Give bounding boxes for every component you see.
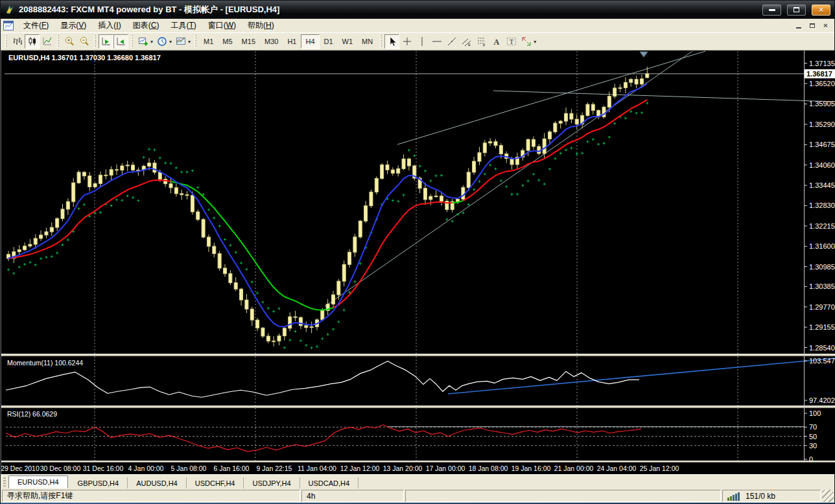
price-axis-label: 1.37135 [809,60,835,67]
chart-tab-usdjpy[interactable]: USDJPY,H4 [244,477,300,488]
time-axis-label: 9 Jan 22:15 [257,464,292,472]
price-axis-label: 1.28540 [809,344,835,352]
equidistant-channel-icon: E [462,36,472,47]
chart-tab-usdcad[interactable]: USDCAD,H4 [300,477,359,488]
menu-bar: 文件(F)显示(V)插入(I)图表(C)工具(T)窗口(W)帮助(H) ✕ [1,19,834,33]
toolbar-crosshair-button[interactable] [399,34,414,49]
menu-file[interactable]: 文件(F) [18,19,54,32]
title-bar: 2088882443: FXCM MT4 powered by BT - 模拟帐… [1,1,834,19]
toolbar-bar-chart-button[interactable] [10,34,25,49]
app-icon [5,5,15,15]
menu-view[interactable]: 显示(V) [54,19,92,32]
arrows-dropdown-caret[interactable]: ▾ [534,39,536,45]
toolbar-horizontal-line-button[interactable] [429,34,444,49]
timeframe-m1-button[interactable]: M1 [199,34,218,49]
menu-tools[interactable]: 工具(T) [165,19,202,32]
timeframe-d1-button[interactable]: D1 [320,34,338,49]
price-axis-label: 1.33445 [809,181,835,189]
child-restore-button[interactable] [806,21,818,30]
toolbar-group-handle[interactable] [131,35,133,48]
trendline-icon [447,36,457,47]
timeframe-w1-button[interactable]: W1 [338,34,358,49]
timeframe-m30-button[interactable]: M30 [260,34,283,49]
toolbar-fibonacci-button[interactable]: F [474,34,489,49]
templates-dropdown-caret[interactable]: ▾ [188,39,191,45]
maximize-button[interactable] [787,5,806,16]
toolbar-templates-button[interactable] [173,34,188,49]
chart-tab-audusd[interactable]: AUDUSD,H4 [128,477,187,488]
menu-charts[interactable]: 图表(C) [127,19,165,32]
timeframe-h4-button[interactable]: H4 [301,34,319,49]
chart-area[interactable]: 1.371351.365201.359051.352901.346751.340… [1,51,835,474]
toolbar-auto-scroll-button[interactable] [99,34,113,49]
toolbar-text-label-button[interactable]: T [504,34,519,49]
timeframe-m5-button[interactable]: M5 [218,34,237,49]
window-title: 2088882443: FXCM MT4 powered by BT - 模拟帐… [19,4,757,16]
toolbar-equidistant-channel-button[interactable]: E [459,34,474,49]
menu-window[interactable]: 窗口(W) [202,19,242,32]
toolbar-line-chart-button[interactable] [40,34,54,49]
toolbar-chart-shift-button[interactable] [113,34,128,49]
price-axis-label: 1.34675 [809,141,835,148]
zoom-out-icon [79,36,89,47]
toolbar-group-handle[interactable] [194,35,196,48]
chart-tab-usdchf[interactable]: USDCHF,H4 [187,477,244,488]
traffic-counter: 151/0 kb [746,492,775,501]
toolbar-profiles-button[interactable] [154,34,169,49]
child-minimize-button[interactable] [792,21,805,30]
toolbar-zoom-out-button[interactable] [76,34,91,49]
toolbar-group-handle[interactable] [57,35,59,48]
toolbar-vertical-line-button[interactable] [414,34,429,49]
timeframe-mn-button[interactable]: MN [357,34,377,49]
svg-text:A: A [493,38,499,47]
auto-scroll-icon [101,36,112,47]
toolbar-arrows-button[interactable] [519,34,534,49]
toolbar-zoom-in-button[interactable] [62,34,76,49]
toolbar-new-chart-button[interactable] [135,34,150,49]
close-button[interactable]: ✕ [812,5,830,16]
toolbar-candlesticks-button[interactable] [25,34,40,49]
timeframe-m15-button[interactable]: M15 [237,34,260,49]
time-axis-label: 5 Jan 08:00 [171,464,207,472]
toolbar-group-handle[interactable] [380,35,382,48]
menu-help[interactable]: 帮助(H) [242,19,280,32]
price-axis-label: 1.32215 [809,222,835,230]
time-axis[interactable]: 29 Dec 201030 Dec 08:0031 Dec 16:004 Jan… [1,464,679,472]
new-chart-dropdown-caret[interactable]: ▾ [150,39,153,45]
timeframe-h1-button[interactable]: H1 [283,34,301,49]
toolbar-group-handle[interactable] [5,35,7,48]
price-axis-label: 1.29155 [809,323,835,331]
momentum-indicator-label: Momentum(11) 100.6244 [7,359,83,367]
time-axis-label: 11 Jan 04:00 [298,464,336,472]
rsi-scale-label: 50 [809,433,817,441]
toolbar: ▾▾▾M1M5M15M30H1H4D1W1MNEFAT▾ [1,33,834,51]
menu-insert[interactable]: 插入(I) [92,19,126,32]
time-axis-label: 21 Jan 00:00 [554,464,594,472]
templates-icon [176,36,186,47]
chart-tab-gbpusd[interactable]: GBPUSD,H4 [69,477,128,488]
momentum-scale-bottom: 97.4202 [809,396,835,404]
current-price-value: 1.36817 [806,70,832,78]
child-close-button[interactable]: ✕ [819,21,832,30]
toolbar-group-handle[interactable] [94,35,96,48]
resize-grip[interactable] [822,490,834,502]
toolbar-cursor-button[interactable] [384,34,399,49]
status-connection: 151/0 kb [722,490,821,502]
toolbar-text-button[interactable]: A [489,34,504,49]
chart-tab-eurusd[interactable]: EURUSD,H4 [8,475,68,488]
price-axis[interactable]: 1.371351.365201.359051.352901.346751.340… [805,60,835,352]
chart-canvas[interactable]: 1.371351.365201.359051.352901.346751.340… [1,51,835,474]
toolbar-trendline-button[interactable] [444,34,459,49]
text-label-icon: T [506,36,517,47]
price-axis-label: 1.30385 [809,282,835,290]
svg-text:E: E [468,43,471,47]
time-axis-label: 25 Jan 12:00 [640,464,679,472]
ohlc-readout: EURUSD,H4 1.36701 1.37030 1.36680 1.3681… [8,54,161,62]
connection-signal-icon [727,492,741,501]
status-help-text: 寻求帮助,请按F1键 [2,490,300,502]
menu-items: 文件(F)显示(V)插入(I)图表(C)工具(T)窗口(W)帮助(H) [18,19,280,32]
time-axis-label: 19 Jan 16:00 [512,464,551,472]
profiles-dropdown-caret[interactable]: ▾ [169,39,172,45]
minimize-button[interactable] [762,5,781,16]
chart-tabs-bar: EURUSD,H4GBPUSD,H4AUDUSD,H4USDCHF,H4USDJ… [1,474,834,488]
